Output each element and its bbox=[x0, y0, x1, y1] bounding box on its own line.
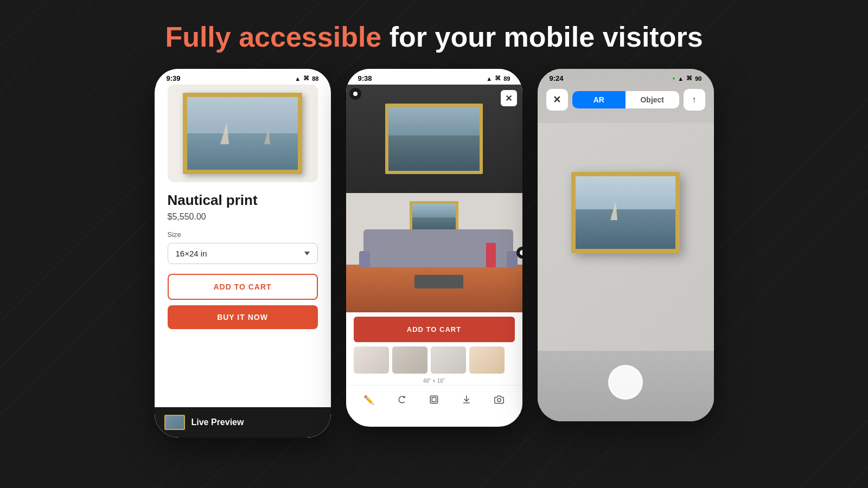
ar-tab-ar[interactable]: AR bbox=[572, 91, 626, 108]
wifi-icon-1: ⌘ bbox=[303, 75, 309, 82]
size-label: Size bbox=[168, 230, 318, 239]
phones-row: 9:39 ▲ ⌘ 88 Nautical bbox=[155, 69, 714, 438]
headline-rest: for your mobile visitors bbox=[381, 21, 703, 53]
painting-water bbox=[187, 133, 298, 170]
status-bar-3: 9:24 ● ▲ ⌘ 90 bbox=[538, 69, 714, 85]
ar-painting-sail bbox=[610, 201, 617, 220]
phone-2-dark-area: ✕ bbox=[346, 85, 522, 193]
phone-2-wall-scene bbox=[346, 85, 522, 193]
painting-sail-1 bbox=[220, 123, 229, 144]
toolbar-rotate-btn[interactable] bbox=[392, 390, 411, 409]
phone-2-size-text: 48" × 16" bbox=[346, 377, 522, 385]
painting-sky bbox=[187, 97, 298, 137]
dot-green-3: ● bbox=[673, 76, 675, 81]
phone-2-painting bbox=[385, 104, 483, 174]
room-scene bbox=[346, 193, 522, 312]
size-select[interactable]: 16×24 in bbox=[168, 243, 318, 264]
toolbar-camera-btn[interactable] bbox=[489, 390, 509, 409]
painting-preview-1 bbox=[183, 93, 302, 174]
ar-painting-water bbox=[576, 209, 675, 249]
room-floor bbox=[346, 265, 522, 312]
buy-now-button[interactable]: BUY IT NOW bbox=[168, 305, 318, 329]
chevron-down-icon bbox=[304, 252, 310, 255]
toolbar-frame-btn[interactable] bbox=[424, 390, 444, 409]
status-icons-3: ● ▲ ⌘ 90 bbox=[673, 75, 702, 82]
thumbnail-4[interactable] bbox=[469, 346, 505, 374]
wifi-icon-2: ⌘ bbox=[495, 75, 501, 82]
drag-handle-top[interactable] bbox=[349, 88, 361, 100]
add-to-cart-button-1[interactable]: ADD TO CART bbox=[168, 274, 318, 300]
svg-point-2 bbox=[497, 399, 501, 402]
ar-painting-frame bbox=[571, 172, 680, 253]
battery-label-2: 89 bbox=[503, 75, 510, 82]
page-headline: Fully accessible for your mobile visitor… bbox=[165, 22, 703, 53]
phone-3: 9:24 ● ▲ ⌘ 90 ✕ AR Object ↑ bbox=[538, 69, 714, 421]
wifi-icon-3: ⌘ bbox=[686, 75, 692, 82]
phone-3-ar-view: 9:24 ● ▲ ⌘ 90 ✕ AR Object ↑ bbox=[538, 69, 714, 421]
status-icons-2: ▲ ⌘ 89 bbox=[486, 75, 510, 82]
ar-close-button[interactable]: ✕ bbox=[546, 89, 568, 111]
live-preview-bar[interactable]: Live Preview bbox=[155, 407, 331, 438]
signal-icon-3: ▲ bbox=[678, 75, 684, 82]
phone-2-room-scene bbox=[346, 193, 522, 312]
time-2: 9:38 bbox=[358, 74, 372, 82]
room-vase bbox=[486, 243, 496, 267]
phone-2: 9:38 ▲ ⌘ 89 ✕ bbox=[346, 69, 522, 427]
room-table bbox=[414, 275, 463, 288]
live-preview-thumbnail bbox=[164, 415, 185, 430]
battery-label-1: 88 bbox=[312, 75, 318, 82]
toolbar-edit-btn[interactable]: ✏️ bbox=[359, 390, 379, 409]
svg-rect-1 bbox=[432, 397, 436, 402]
signal-icon-2: ▲ bbox=[486, 75, 492, 82]
thumbnail-2[interactable] bbox=[392, 346, 427, 374]
ar-painting-container bbox=[571, 172, 680, 253]
size-value: 16×24 in bbox=[176, 249, 207, 258]
phone-1-content: Nautical print $5,550.00 Size 16×24 in A… bbox=[155, 85, 331, 329]
battery-label-3: 90 bbox=[695, 75, 701, 82]
live-preview-label: Live Preview bbox=[192, 418, 244, 427]
signal-icon-1: ▲ bbox=[295, 75, 301, 82]
svg-rect-0 bbox=[430, 396, 438, 403]
time-3: 9:24 bbox=[550, 74, 564, 82]
ar-tab-group: AR Object bbox=[572, 91, 679, 108]
headline-accent: Fully accessible bbox=[165, 21, 381, 53]
product-title: Nautical print bbox=[168, 192, 318, 209]
product-price: $5,550.00 bbox=[168, 212, 318, 222]
status-icons-1: ▲ ⌘ 88 bbox=[295, 75, 318, 82]
painting-sail-2 bbox=[264, 128, 270, 144]
ar-tab-object[interactable]: Object bbox=[626, 91, 679, 108]
phone-1: 9:39 ▲ ⌘ 88 Nautical bbox=[155, 69, 331, 438]
ar-capture-button[interactable] bbox=[608, 365, 643, 400]
status-bar-1: 9:39 ▲ ⌘ 88 bbox=[155, 69, 331, 85]
phone-2-thumbnails bbox=[346, 346, 522, 377]
time-1: 9:39 bbox=[167, 74, 181, 82]
toolbar-download-btn[interactable] bbox=[457, 390, 476, 409]
ar-controls: ✕ AR Object ↑ bbox=[538, 85, 714, 115]
status-bar-2: 9:38 ▲ ⌘ 89 bbox=[346, 69, 522, 85]
phone-2-toolbar: ✏️ bbox=[346, 385, 522, 414]
thumbnail-3[interactable] bbox=[431, 346, 466, 374]
ar-painting-sky bbox=[576, 176, 675, 213]
add-to-cart-button-2[interactable]: ADD TO CART bbox=[354, 317, 515, 342]
close-button-2[interactable]: ✕ bbox=[501, 90, 517, 106]
ar-share-button[interactable]: ↑ bbox=[684, 89, 705, 111]
product-image-container bbox=[168, 85, 318, 182]
thumbnail-1[interactable] bbox=[354, 346, 389, 374]
